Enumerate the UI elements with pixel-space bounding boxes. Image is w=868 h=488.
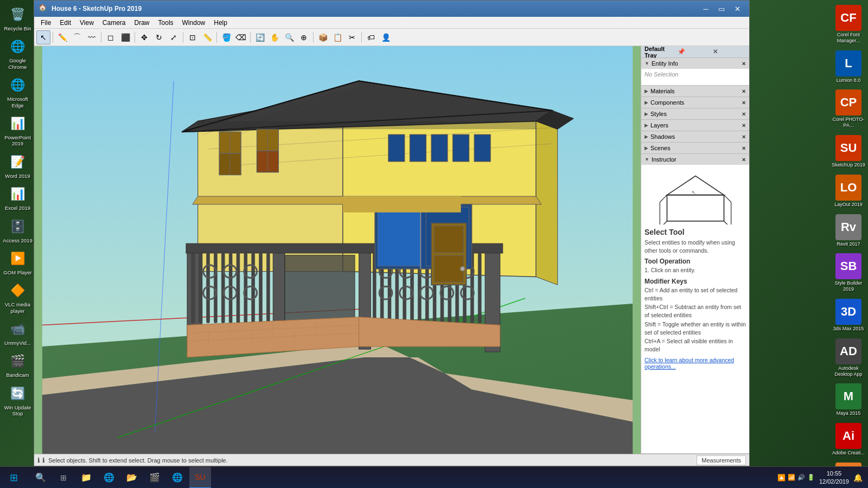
shape-tool[interactable]: ◻ <box>104 30 118 44</box>
layers-header[interactable]: ▶ Layers ✕ <box>641 120 749 131</box>
menu-window[interactable]: Window <box>178 18 210 28</box>
shadows-close[interactable]: ✕ <box>742 134 746 140</box>
tag-tool[interactable]: 🏷 <box>364 30 378 44</box>
zoom-tool[interactable]: 🔍 <box>282 30 296 44</box>
taskbar-search[interactable]: 🔍 <box>30 467 52 489</box>
materials-close[interactable]: ✕ <box>742 88 746 94</box>
desktop-icon-3dsmax[interactable]: 3D 3ds Max 2015 <box>830 297 867 334</box>
scenes-close[interactable]: ✕ <box>742 145 746 151</box>
network-icon: 🔼 <box>777 474 786 481</box>
component-tool[interactable]: 📦 <box>316 30 330 44</box>
start-button[interactable]: ⊞ <box>0 467 27 489</box>
viewport[interactable] <box>34 46 641 454</box>
svg-rect-32 <box>229 253 232 323</box>
desktop-icon-recycle-bin[interactable]: 🗑️ Recycle Bin <box>1 3 35 34</box>
desktop-icon-powerpoint[interactable]: 📊 PowerPoint 2019 <box>1 112 35 149</box>
components-header[interactable]: ▶ Components ✕ <box>641 97 749 108</box>
close-button[interactable]: ✕ <box>730 3 745 15</box>
taskbar-sketchup-app[interactable]: SU <box>189 467 211 489</box>
taskbar-folder[interactable]: 📂 <box>121 467 143 489</box>
maximize-button[interactable]: ▭ <box>714 3 729 15</box>
taskbar-file-explorer[interactable]: 📁 <box>75 467 97 489</box>
menu-view[interactable]: View <box>75 18 98 28</box>
svg-rect-28 <box>199 253 202 323</box>
menu-help[interactable]: Help <box>209 18 232 28</box>
desktop-icon-ummy[interactable]: 📹 UmmyVid... <box>1 317 35 348</box>
notification-icon[interactable]: 🔔 <box>853 473 863 482</box>
desktop-icon-layout[interactable]: LO LayOut 2019 <box>830 172 867 210</box>
user-tool[interactable]: 👤 <box>379 30 393 44</box>
menu-edit[interactable]: Edit <box>55 18 75 28</box>
tape-tool[interactable]: 📏 <box>200 30 214 44</box>
group-tool[interactable]: 📋 <box>330 30 344 44</box>
pencil-tool[interactable]: ✏️ <box>55 30 69 44</box>
freehand-tool[interactable]: 〰 <box>85 30 99 44</box>
menu-tools[interactable]: Tools <box>154 18 178 28</box>
status-icon2: ℹ <box>42 457 45 464</box>
svg-line-107 <box>724 195 731 202</box>
taskbar-chrome[interactable]: 🌐 <box>167 467 188 489</box>
push-pull-tool[interactable]: ⬛ <box>118 30 132 44</box>
taskbar: ⊞ 🔍 ⊞ 📁 🌐 📂 🎬 🌐 <box>0 466 868 488</box>
paint-tool[interactable]: 🪣 <box>219 30 233 44</box>
desktop-icon-winupdate[interactable]: 🔄 Win Update Stop <box>1 382 35 419</box>
styles-header[interactable]: ▶ Styles ✕ <box>641 108 749 119</box>
taskbar-media[interactable]: 🎬 <box>144 467 165 489</box>
desktop-icon-corel-photo[interactable]: CP Corel PHOTO-PA... <box>830 87 867 131</box>
instructor-close[interactable]: ✕ <box>742 157 746 163</box>
menu-draw[interactable]: Draw <box>130 18 154 28</box>
desktop-icon-autodesk[interactable]: AD Autodesk Desktop App <box>830 336 867 380</box>
components-close[interactable]: ✕ <box>742 100 746 106</box>
eraser-tool[interactable]: ⌫ <box>234 30 248 44</box>
menu-camera[interactable]: Camera <box>98 18 130 28</box>
entity-info-arrow: ▼ <box>644 61 649 66</box>
measurements-box[interactable]: Measurements <box>697 455 746 465</box>
desktop-icon-adobe-creative[interactable]: Ai Adobe Creati... <box>830 421 867 458</box>
materials-header[interactable]: ▶ Materials ✕ <box>641 86 749 97</box>
desktop-icon-maya[interactable]: M Maya 2015 <box>830 381 867 419</box>
taskbar-task-view[interactable]: ⊞ <box>53 467 74 489</box>
shadows-header[interactable]: ▶ Shadows ✕ <box>641 131 749 142</box>
menu-file[interactable]: File <box>36 18 55 28</box>
learn-more-link[interactable]: Click to learn about more advanced opera… <box>644 357 746 370</box>
desktop-icon-gom[interactable]: ▶️ GOM Player <box>1 247 35 278</box>
move-tool[interactable]: ✥ <box>137 30 151 44</box>
instructor-modifier-4: Ctrl+A = Select all visible entities in … <box>644 337 746 353</box>
arc-tool[interactable]: ⌒ <box>70 30 84 44</box>
zoom-ext-tool[interactable]: ⊕ <box>297 30 311 44</box>
minimize-button[interactable]: ─ <box>698 3 713 15</box>
desktop-icon-bandicam[interactable]: 🎬 Bandicam <box>1 349 35 380</box>
desktop-icon-access[interactable]: 🗄️ Access 2019 <box>1 215 35 246</box>
svg-marker-103 <box>198 121 536 130</box>
layers-close[interactable]: ✕ <box>742 123 746 129</box>
taskbar-edge[interactable]: 🌐 <box>98 467 120 489</box>
entity-info-header[interactable]: ▼ Entity Info ✕ <box>641 58 749 69</box>
scale-tool[interactable]: ⤢ <box>167 30 181 44</box>
desktop-icon-lumion[interactable]: L Lumion 8.0 <box>830 48 867 86</box>
offset-tool[interactable]: ⊡ <box>186 30 200 44</box>
desktop-icon-sketchup[interactable]: SU SketchUp 2019 <box>830 133 867 170</box>
svg-line-112 <box>660 221 667 224</box>
desktop-icon-stylebuilder[interactable]: SB Style Builder 2019 <box>830 251 867 294</box>
desktop-icon-corel-font[interactable]: CF Corel Font Manager... <box>830 3 867 46</box>
select-tool-button[interactable]: ↖ <box>36 30 50 44</box>
pan-tool[interactable]: ✋ <box>267 30 282 44</box>
instructor-header[interactable]: ▼ Instructor ✕ <box>641 154 749 165</box>
desktop-icon-edge[interactable]: 🌐 Microsoft Edge <box>1 73 35 111</box>
scenes-header[interactable]: ▶ Scenes ✕ <box>641 143 749 153</box>
orbit-tool[interactable]: 🔄 <box>253 30 267 44</box>
desktop-icon-word[interactable]: 📝 Word 2019 <box>1 150 35 181</box>
styles-close[interactable]: ✕ <box>742 111 746 117</box>
clock-time: 10:55 <box>819 470 849 477</box>
desktop-icon-excel[interactable]: 📊 Excel 2019 <box>1 182 35 213</box>
panel-pin-button[interactable]: 📌 <box>678 48 711 55</box>
svg-rect-94 <box>434 226 463 252</box>
panel-close-button[interactable]: ✕ <box>713 48 746 55</box>
desktop-icon-vlc[interactable]: 🔶 VLC media player <box>1 279 35 316</box>
entity-info-close[interactable]: ✕ <box>742 61 746 67</box>
intersect-tool[interactable]: ✂ <box>345 30 359 44</box>
desktop-icon-revit[interactable]: Rv Revit 2017 <box>830 212 867 249</box>
entity-info-section: ▼ Entity Info ✕ No Selection <box>641 58 749 86</box>
rotate-tool[interactable]: ↻ <box>152 30 166 44</box>
desktop-icon-chrome[interactable]: 🌐 Google Chrome <box>1 35 35 72</box>
